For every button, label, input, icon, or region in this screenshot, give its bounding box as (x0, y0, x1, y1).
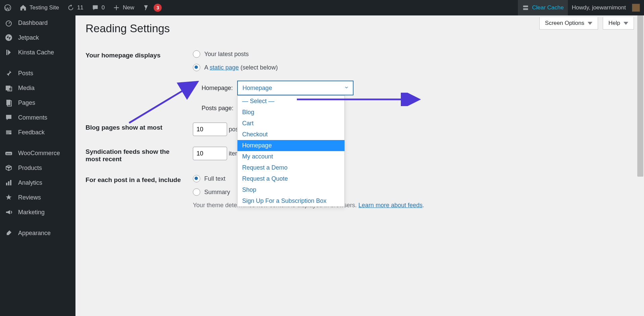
comment-icon (5, 114, 13, 122)
latest-posts-label: Your latest posts (204, 51, 249, 58)
dropdown-option[interactable]: Shop (237, 184, 344, 195)
sidebar-item-marketing[interactable]: Marketing (0, 205, 75, 220)
homepage-select[interactable]: Homepage (237, 81, 354, 95)
dropdown-option[interactable]: — Select — (237, 96, 344, 107)
pages-icon (5, 99, 13, 107)
sidebar-item-analytics[interactable]: Analytics (0, 175, 75, 190)
sidebar-item-label: Reviews (18, 194, 41, 201)
comments-count: 0 (102, 4, 105, 11)
screen-options-label: Screen Options (545, 20, 584, 27)
feed-include-label: For each post in a feed, include (86, 170, 190, 214)
star-icon (5, 193, 13, 201)
sidebar-item-label: WooCommerce (18, 150, 60, 157)
sidebar-item-woocommerce[interactable]: wooWooCommerce (0, 146, 75, 161)
home-icon (19, 4, 27, 11)
woo-icon: woo (5, 149, 13, 157)
chevron-down-icon (624, 22, 628, 25)
updates[interactable]: 11 (63, 0, 88, 15)
brush-icon (5, 229, 13, 237)
yoast-count: 3 (154, 4, 162, 12)
yoast[interactable]: 3 (138, 0, 166, 15)
new-content[interactable]: New (109, 0, 138, 15)
sidebar-item-dashboard[interactable]: Dashboard (0, 15, 75, 30)
sidebar-item-label: Kinsta Cache (18, 49, 54, 56)
wordpress-icon (4, 4, 11, 11)
homepage-select-label: Homepage: (202, 85, 233, 92)
dropdown-option[interactable]: Request a Demo (237, 162, 344, 173)
svg-rect-13 (8, 181, 9, 185)
syndication-label: Syndication feeds show the most recent (86, 141, 190, 170)
kinsta-icon (5, 48, 13, 56)
sidebar-item-jetpack[interactable]: Jetpack (0, 30, 75, 45)
radio-latest[interactable] (193, 50, 200, 58)
svg-rect-2 (523, 8, 528, 10)
svg-text:woo: woo (6, 152, 11, 155)
sidebar-item-label: Media (18, 85, 35, 92)
sidebar-item-label: Pages (18, 99, 35, 106)
admin-bar: Testing Site 11 0 New 3 Clear Cache Howd… (0, 0, 644, 15)
learn-feeds-link[interactable]: Learn more about feeds (359, 202, 423, 209)
sidebar-item-label: Dashboard (18, 19, 48, 27)
comment-icon (92, 4, 99, 11)
media-icon (5, 84, 13, 92)
site-home[interactable]: Testing Site (15, 0, 63, 15)
feedback-icon (5, 128, 13, 136)
svg-point-6 (9, 88, 10, 90)
dropdown-option[interactable]: Homepage (237, 140, 344, 151)
sidebar-item-pages[interactable]: Pages (0, 95, 75, 110)
sidebar-item-products[interactable]: Products (0, 161, 75, 175)
homepage-displays-label: Your homepage displays (86, 45, 190, 117)
svg-rect-12 (6, 183, 7, 185)
yoast-icon (142, 4, 150, 11)
sidebar-item-label: Analytics (18, 179, 42, 186)
opt-static-page[interactable]: A static page (select below) (193, 64, 631, 71)
sidebar-item-label: Comments (18, 114, 47, 121)
scrollbar-thumb[interactable] (637, 15, 643, 177)
howdy[interactable]: Howdy, joewarnimont (568, 0, 644, 15)
sidebar-item-label: Marketing (18, 209, 45, 216)
radio-fulltext[interactable] (193, 175, 200, 182)
sidebar-item-label: Products (18, 165, 42, 172)
dropdown-option[interactable]: Blog (237, 107, 344, 118)
sidebar-item-label: Jetpack (18, 34, 39, 41)
help-tab[interactable]: Help (603, 17, 634, 30)
sidebar-item-kinsta-cache[interactable]: Kinsta Cache (0, 45, 75, 60)
refresh-icon (67, 4, 74, 11)
clear-cache-label: Clear Cache (532, 4, 564, 11)
blog-pages-input[interactable] (193, 123, 227, 136)
dropdown-option[interactable]: Checkout (237, 129, 344, 140)
sidebar-item-appearance[interactable]: Appearance (0, 226, 75, 240)
sidebar-item-label: Posts (18, 70, 33, 77)
sidebar-item-comments[interactable]: Comments (0, 110, 75, 125)
svg-rect-14 (10, 180, 11, 185)
wp-logo[interactable] (0, 0, 15, 15)
dropdown-option[interactable]: My account (237, 151, 344, 162)
blog-pages-label: Blog pages show at most (86, 117, 190, 141)
sidebar-item-feedback[interactable]: Feedback (0, 125, 75, 140)
scrollbar[interactable] (637, 15, 644, 316)
updates-count: 11 (77, 4, 84, 11)
products-icon (5, 164, 13, 172)
megaphone-icon (5, 208, 13, 216)
radio-static[interactable] (193, 64, 200, 71)
svg-rect-1 (523, 6, 528, 7)
analytics-icon (5, 179, 13, 187)
full-text-label: Full text (204, 175, 225, 182)
dropdown-option[interactable]: Sign Up For a Subscription Box (237, 195, 344, 207)
radio-summary[interactable] (193, 188, 200, 196)
dropdown-option[interactable]: Request a Quote (237, 173, 344, 184)
sidebar-item-posts[interactable]: Posts (0, 66, 75, 81)
clear-cache[interactable]: Clear Cache (518, 0, 568, 15)
comments-bubble[interactable]: 0 (88, 0, 109, 15)
sidebar-item-reviews[interactable]: Reviews (0, 190, 75, 205)
screen-options-tab[interactable]: Screen Options (539, 17, 598, 30)
server-icon (522, 4, 529, 11)
sidebar-item-media[interactable]: Media (0, 81, 75, 95)
homepage-dropdown: — Select —BlogCartCheckoutHomepageMy acc… (237, 95, 345, 207)
summary-label: Summary (204, 189, 230, 196)
static-page-link[interactable]: static page (210, 64, 239, 71)
sidebar-item-label: Feedback (18, 129, 45, 136)
syndication-input[interactable] (193, 147, 227, 160)
opt-latest-posts[interactable]: Your latest posts (193, 50, 631, 58)
dropdown-option[interactable]: Cart (237, 118, 344, 129)
